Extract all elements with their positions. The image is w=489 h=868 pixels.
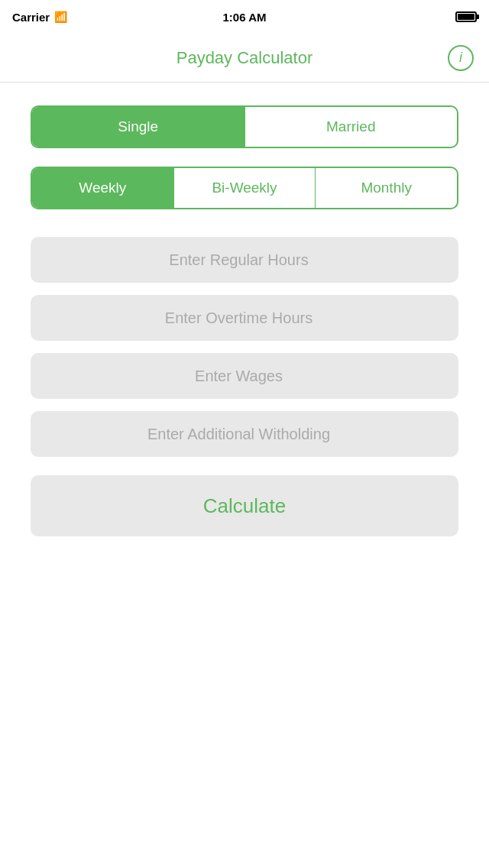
carrier-label: Carrier bbox=[12, 11, 50, 24]
status-time: 1:06 AM bbox=[223, 11, 267, 24]
wifi-icon: 📶 bbox=[54, 11, 67, 23]
app-title: Payday Calculator bbox=[176, 48, 313, 68]
status-bar: Carrier 📶 1:06 AM bbox=[0, 0, 489, 34]
pay-period-toggle: Weekly Bi-Weekly Monthly bbox=[31, 167, 458, 209]
married-button[interactable]: Married bbox=[245, 107, 458, 147]
battery-icon bbox=[455, 11, 477, 22]
single-button[interactable]: Single bbox=[32, 107, 245, 147]
wages-input[interactable] bbox=[31, 353, 458, 399]
battery-fill bbox=[458, 14, 474, 20]
overtime-hours-input[interactable] bbox=[31, 295, 458, 341]
info-button[interactable]: i bbox=[448, 45, 474, 71]
nav-bar: Payday Calculator i bbox=[0, 34, 489, 83]
additional-withholding-input[interactable] bbox=[31, 411, 458, 457]
regular-hours-input[interactable] bbox=[31, 237, 458, 283]
info-icon: i bbox=[459, 50, 462, 66]
biweekly-button[interactable]: Bi-Weekly bbox=[174, 168, 316, 208]
main-content: Single Married Weekly Bi-Weekly Monthly … bbox=[0, 83, 489, 559]
weekly-button[interactable]: Weekly bbox=[32, 168, 174, 208]
status-right bbox=[455, 11, 477, 22]
monthly-button[interactable]: Monthly bbox=[316, 168, 457, 208]
status-left: Carrier 📶 bbox=[12, 11, 67, 24]
calculate-button[interactable]: Calculate bbox=[31, 475, 458, 536]
filing-status-toggle: Single Married bbox=[31, 105, 458, 148]
